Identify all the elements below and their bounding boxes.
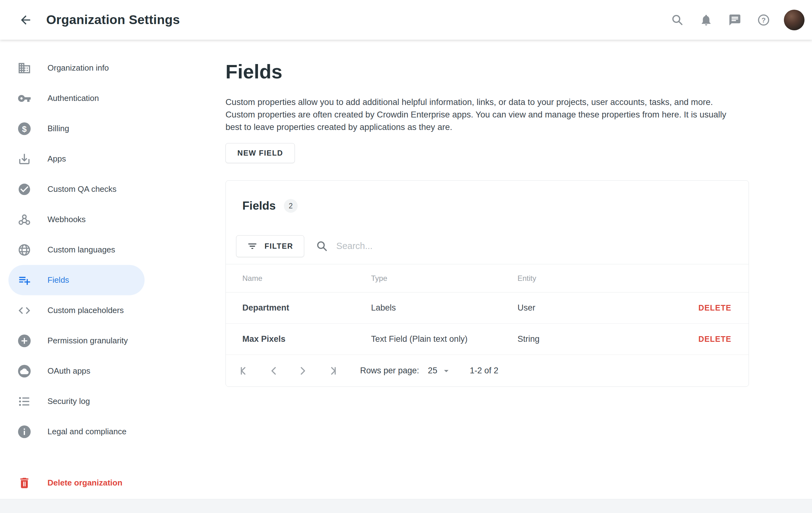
- pagination-range: 1-2 of 2: [470, 366, 498, 375]
- sidebar-item-label: Permission granularity: [48, 336, 128, 345]
- plus-circle-icon: [18, 334, 31, 348]
- card-toolbar: FILTER: [226, 228, 749, 264]
- sidebar-item-label: Apps: [48, 154, 66, 164]
- sidebar-item-label: Billing: [48, 124, 69, 134]
- pagination-bar: Rows per page: 25 1-2 of 2: [226, 355, 749, 387]
- sidebar-item-label: Authentication: [48, 93, 99, 103]
- chevron-right-icon: [296, 364, 309, 377]
- footer-strip: [0, 499, 812, 513]
- last-page-icon: [325, 364, 338, 377]
- field-name-cell: Department: [226, 303, 371, 313]
- dollar-circle-icon: $: [18, 122, 31, 136]
- webhook-icon: [18, 213, 31, 227]
- sidebar-item-webhooks[interactable]: Webhooks: [8, 204, 145, 235]
- first-page-button[interactable]: [238, 364, 252, 378]
- playlist-add-icon: [18, 274, 31, 287]
- previous-page-button[interactable]: [267, 364, 281, 378]
- sidebar-item-delete-organization[interactable]: Delete organization: [8, 468, 145, 498]
- rows-per-page-value: 25: [428, 366, 437, 375]
- sidebar-item-label: Fields: [48, 275, 69, 285]
- sidebar-item-label: Security log: [48, 396, 90, 406]
- column-header-type: Type: [371, 274, 518, 283]
- globe-icon: [18, 243, 31, 257]
- arrow-left-icon: [19, 13, 32, 27]
- column-header-name: Name: [226, 274, 371, 283]
- download-icon: [18, 152, 31, 166]
- info-circle-icon: [18, 425, 31, 439]
- svg-text:$: $: [22, 124, 27, 134]
- card-title: Fields: [242, 199, 276, 212]
- chevron-down-icon: [441, 366, 452, 376]
- row-actions: DELETE: [661, 303, 749, 313]
- settings-sidebar: Organization info Authentication $ Billi…: [0, 40, 219, 498]
- back-button[interactable]: [17, 11, 34, 29]
- chevron-left-icon: [267, 364, 281, 377]
- filter-button-label: FILTER: [264, 242, 293, 251]
- field-type-cell: Text Field (Plain text only): [371, 334, 518, 344]
- sidebar-item-custom-placeholders[interactable]: Custom placeholders: [8, 295, 145, 325]
- sidebar-item-label: Webhooks: [48, 215, 86, 224]
- field-entity-cell: String: [518, 334, 661, 344]
- delete-field-button[interactable]: DELETE: [698, 335, 731, 344]
- next-page-button[interactable]: [296, 364, 310, 378]
- trash-icon: [18, 476, 31, 490]
- notifications-bell-icon[interactable]: [698, 12, 714, 28]
- sidebar-item-label: OAuth apps: [48, 366, 90, 376]
- svg-text:?: ?: [761, 16, 766, 24]
- sidebar-item-billing[interactable]: $ Billing: [8, 113, 145, 144]
- column-header-entity: Entity: [518, 274, 661, 283]
- search-icon: [316, 240, 328, 252]
- row-actions: DELETE: [661, 334, 749, 344]
- main-content: Fields Custom properties allow you to ad…: [226, 40, 812, 513]
- cloud-circle-icon: [18, 364, 31, 378]
- table-header-row: Name Type Entity: [226, 264, 749, 292]
- key-icon: [18, 91, 31, 105]
- sidebar-item-label: Legal and compliance: [48, 427, 126, 436]
- last-page-button[interactable]: [324, 364, 338, 378]
- rows-per-page-label: Rows per page:: [360, 366, 419, 375]
- sidebar-item-oauth-apps[interactable]: OAuth apps: [8, 356, 145, 386]
- topbar-actions: ?: [657, 10, 805, 30]
- top-app-bar: Organization Settings ?: [0, 0, 812, 40]
- sidebar-item-permission-granularity[interactable]: Permission granularity: [8, 325, 145, 356]
- user-avatar[interactable]: [784, 10, 805, 30]
- delete-field-button[interactable]: DELETE: [698, 303, 731, 312]
- sidebar-item-label: Organization info: [48, 63, 109, 73]
- sidebar-item-custom-qa-checks[interactable]: Custom QA checks: [8, 174, 145, 204]
- count-badge: 2: [284, 199, 298, 213]
- filter-button[interactable]: FILTER: [236, 235, 304, 257]
- page-description: Custom properties allow you to add addit…: [226, 96, 742, 134]
- page-title: Fields: [226, 60, 282, 83]
- filter-icon: [247, 241, 258, 252]
- building-icon: [18, 61, 31, 75]
- sidebar-item-fields[interactable]: Fields: [8, 265, 145, 295]
- sidebar-item-legal-and-compliance[interactable]: Legal and compliance: [8, 417, 145, 447]
- code-icon: [18, 304, 31, 317]
- table-row: Department Labels User DELETE: [226, 292, 749, 324]
- table-row: Max Pixels Text Field (Plain text only) …: [226, 324, 749, 355]
- list-icon: [18, 395, 31, 408]
- sidebar-item-label: Delete organization: [48, 478, 122, 488]
- page-header-title: Organization Settings: [46, 12, 180, 27]
- sidebar-item-authentication[interactable]: Authentication: [8, 83, 145, 113]
- sidebar-item-apps[interactable]: Apps: [8, 144, 145, 174]
- check-circle-icon: [18, 182, 31, 196]
- search-input[interactable]: [336, 237, 738, 256]
- sidebar-item-organization-info[interactable]: Organization info: [8, 53, 145, 83]
- search-icon[interactable]: [670, 12, 685, 28]
- search-field: [316, 237, 738, 256]
- sidebar-item-security-log[interactable]: Security log: [8, 386, 145, 417]
- fields-card: Fields 2 FILTER Name Type Entity: [226, 180, 749, 387]
- help-icon[interactable]: ?: [756, 12, 772, 28]
- organization-settings-page: Organization Settings ? Organization inf…: [0, 0, 812, 513]
- sidebar-item-custom-languages[interactable]: Custom languages: [8, 235, 145, 265]
- new-field-button[interactable]: NEW FIELD: [226, 143, 295, 163]
- field-name-cell: Max Pixels: [226, 334, 371, 344]
- rows-per-page-select[interactable]: 25: [428, 366, 452, 376]
- sidebar-item-label: Custom languages: [48, 245, 115, 255]
- messages-icon[interactable]: [727, 12, 743, 28]
- fields-card-header: Fields 2: [226, 180, 749, 228]
- field-entity-cell: User: [518, 303, 661, 313]
- first-page-icon: [239, 364, 252, 377]
- sidebar-item-label: Custom placeholders: [48, 306, 124, 315]
